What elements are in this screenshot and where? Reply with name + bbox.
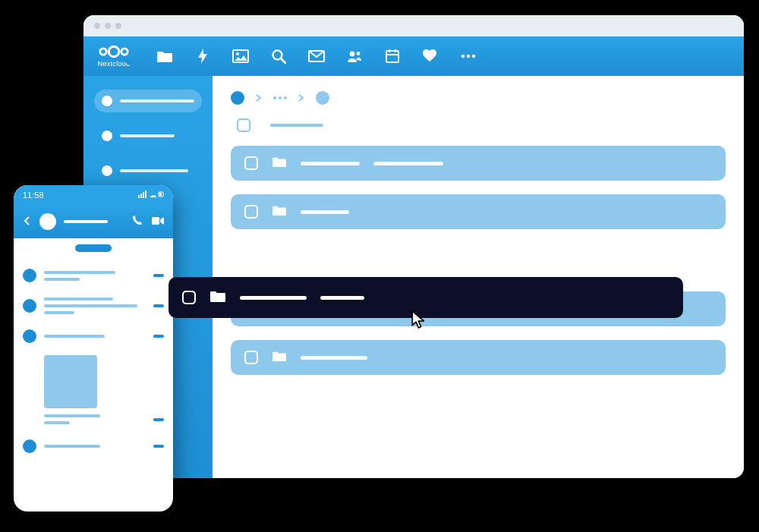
traffic-light-close[interactable] [94,23,100,29]
file-meta-placeholder [373,162,443,165]
video-icon[interactable] [152,215,164,228]
mobile-time: 11:58 [23,190,44,200]
item-action-icon[interactable] [153,335,164,338]
list-dot-icon [23,439,36,453]
sidebar-dot-icon [102,131,112,141]
gallery-icon[interactable] [232,48,249,65]
list-item[interactable] [23,322,164,351]
select-all-checkbox[interactable] [237,118,250,132]
mobile-thumbnail[interactable] [44,355,97,408]
folder-icon [272,156,287,171]
file-name-placeholder [301,210,349,214]
mail-icon[interactable] [308,48,325,65]
svg-rect-18 [140,194,142,198]
svg-point-0 [100,49,106,55]
more-icon[interactable] [460,48,477,65]
chevron-right-icon [255,91,263,105]
mobile-indicators [138,190,164,200]
sidebar-item[interactable] [94,124,202,147]
line-placeholder [44,297,113,301]
svg-rect-20 [145,190,146,198]
item-action-icon[interactable] [153,274,164,277]
line-placeholder [44,311,74,314]
file-name-placeholder [301,162,360,165]
files-icon[interactable] [156,48,173,65]
line-placeholder [44,335,105,338]
list-item[interactable] [23,432,164,461]
sidebar-label-placeholder [120,169,188,172]
mobile-chip[interactable] [75,244,112,252]
svg-point-8 [350,52,355,57]
item-action-icon[interactable] [153,304,164,307]
mobile-chip-row [14,238,173,258]
row-checkbox[interactable] [182,291,196,304]
traffic-light-max[interactable] [115,23,121,29]
nextcloud-logo-icon [97,45,131,58]
line-placeholder [44,414,100,417]
list-item[interactable] [23,413,164,432]
svg-point-16 [472,55,475,58]
list-dot-icon [23,269,36,282]
chevron-right-icon [298,91,305,105]
line-placeholder [44,278,80,281]
list-item[interactable] [23,261,164,290]
file-row[interactable] [231,340,726,375]
sidebar-item[interactable] [94,90,202,112]
list-item[interactable] [23,290,164,322]
svg-rect-19 [143,192,144,198]
breadcrumb [231,91,726,105]
calendar-icon[interactable] [384,48,401,65]
mobile-statusbar: 11:58 [14,185,173,205]
back-icon[interactable] [23,215,32,228]
avatar[interactable] [39,213,56,230]
item-action-icon[interactable] [153,445,164,448]
sidebar-dot-icon [102,165,112,176]
svg-rect-17 [138,195,140,198]
breadcrumb-current-icon [316,91,329,105]
mouse-cursor-icon [410,310,430,329]
svg-point-14 [461,55,465,58]
traffic-light-min[interactable] [105,23,111,29]
sidebar-label-placeholder [120,99,194,102]
svg-point-4 [236,52,239,55]
file-name-placeholder [240,296,307,300]
breadcrumb-ellipsis-icon[interactable] [273,96,287,99]
contacts-icon[interactable] [346,48,363,65]
row-checkbox[interactable] [244,156,258,170]
breadcrumb-home-icon[interactable] [231,91,244,105]
window-titlebar [83,15,744,36]
row-checkbox[interactable] [244,351,258,364]
activity-icon[interactable] [194,48,211,65]
mobile-header [14,205,173,238]
browser-window: Nextcloud [83,15,744,478]
mobile-list [14,258,173,461]
svg-line-6 [282,59,286,64]
list-dot-icon [23,329,36,343]
svg-point-9 [357,52,361,55]
svg-rect-10 [386,51,398,62]
svg-point-2 [121,49,128,55]
svg-point-15 [467,55,470,58]
sidebar-label-placeholder [120,134,175,137]
line-placeholder [44,304,137,307]
svg-rect-22 [159,193,162,196]
file-list-header [237,118,726,132]
mobile-title-placeholder [64,220,108,223]
folder-icon [209,289,226,306]
file-row[interactable] [231,146,726,181]
svg-rect-23 [152,217,159,225]
file-row[interactable] [231,194,726,229]
line-placeholder [44,445,100,448]
item-action-icon[interactable] [153,418,164,421]
sidebar-item[interactable] [94,159,202,182]
file-name-placeholder [301,356,367,360]
list-dot-icon [23,299,36,313]
favorites-icon[interactable] [422,48,439,65]
phone-icon[interactable] [132,215,143,228]
active-tab-indicator-icon [124,60,134,71]
search-icon[interactable] [270,48,287,65]
file-meta-placeholder [320,296,364,300]
top-nav: Nextcloud [83,36,744,76]
row-checkbox[interactable] [244,205,258,219]
line-placeholder [44,271,115,274]
